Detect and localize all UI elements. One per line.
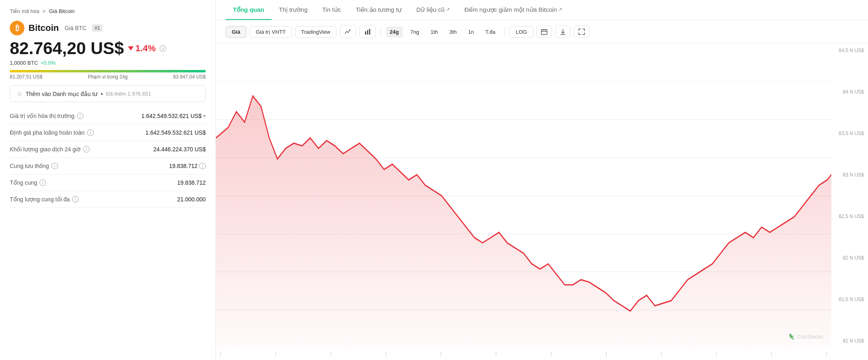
coin-name: Bitcoin [29, 23, 59, 33]
stat-market-cap-value: 1.642.549.532.621 US$ ▾ [141, 113, 206, 119]
breadcrumb-current: Giá Bitcoin [49, 8, 75, 14]
coin-header: ₿ Bitcoin Giá BTC #1 [10, 21, 206, 35]
tab-dem-nguoc[interactable]: Đếm ngược giảm một nửa Bitcoin ↗ [457, 0, 569, 20]
tab-tien-ao[interactable]: Tiền ảo tương tự [348, 0, 409, 20]
stat-total-supply: Tổng cung i 19.838.712 [10, 175, 206, 191]
x-axis: | | | | | | | | | | | | [216, 348, 831, 360]
stat-total-supply-info[interactable]: i [40, 179, 46, 186]
coin-logo: ₿ [10, 21, 24, 35]
chart-type-gia[interactable]: Giá [226, 26, 246, 38]
time-btn-tda[interactable]: T.đa [481, 26, 500, 37]
stat-market-cap-label: Giá trị vốn hóa thị trường i [10, 113, 84, 119]
chevron-down-icon[interactable]: ▾ [203, 113, 206, 119]
stat-max-supply: Tổng lượng cung tối đa i 21.000.000 [10, 191, 206, 208]
watchlist-button[interactable]: ☆ Thêm vào Danh mục đầu tư • Đã thêm 1.9… [10, 85, 206, 102]
external-link-icon-2: ↗ [558, 7, 562, 12]
stat-market-cap-info[interactable]: i [77, 113, 84, 119]
line-chart-icon [344, 28, 352, 35]
y-label-8: 81 N US$ [831, 338, 864, 344]
watchlist-label: Thêm vào Danh mục đầu tư [26, 91, 97, 97]
tab-du-lieu-cu[interactable]: Dữ liệu cũ ↗ [409, 0, 457, 20]
time-btn-3th[interactable]: 3th [445, 26, 461, 37]
y-label-4: 83 N US$ [831, 172, 864, 178]
stat-fdv-label: Định giá pha loãng hoàn toàn i [10, 129, 94, 136]
coin-ticker: Giá BTC [65, 25, 87, 31]
x-label-11: | [771, 351, 772, 356]
calendar-button[interactable] [536, 26, 552, 38]
stat-max-supply-info[interactable]: i [72, 196, 79, 203]
chart-controls: Giá Giá trị VHTT TradingView 24g 7ng 1th… [216, 20, 868, 44]
price-value: 82.764,20 US$ [10, 39, 124, 58]
stat-circulating-label: Cung lưu thông i [10, 163, 58, 169]
tab-tin-tuc[interactable]: Tin tức [315, 0, 348, 20]
coingecko-watermark: 🦎 CoinGecko [788, 334, 823, 340]
x-label-10: | [716, 351, 717, 356]
chart-type-vhtt[interactable]: Giá trị VHTT [250, 26, 292, 38]
x-label-7: | [551, 351, 552, 356]
x-label-2: | [275, 351, 276, 356]
stat-volume-info[interactable]: i [83, 146, 90, 153]
stat-total-supply-label: Tổng cung i [10, 179, 46, 186]
tab-du-lieu-cu-label: Dữ liệu cũ [416, 6, 444, 13]
price-chart-svg [216, 44, 831, 348]
stats-table: Giá trị vốn hóa thị trường i 1.642.549.5… [10, 108, 206, 208]
chart-svg-container [216, 44, 831, 348]
progress-bar-bg [10, 70, 206, 72]
x-label-3: | [330, 351, 332, 356]
stat-volume: Khối lượng giao dịch 24 giờ i 24.446.224… [10, 141, 206, 158]
log-button[interactable]: LOG [510, 26, 533, 38]
price-info-icon[interactable]: i [160, 45, 166, 52]
line-chart-button[interactable] [340, 25, 356, 38]
expand-button[interactable] [574, 26, 589, 38]
price-range-labels: 81.207,51 US$ Phạm vi trong 24g 83.947,0… [10, 74, 206, 80]
breadcrumb-root[interactable]: Tiền mã hóa [10, 8, 40, 14]
svg-rect-1 [367, 30, 368, 35]
stat-circulating-info[interactable]: i [51, 163, 58, 169]
stat-fdv-value: 1.642.549.532.621 US$ [145, 129, 206, 136]
star-icon: ☆ [17, 90, 22, 98]
bar-chart-icon [364, 28, 371, 35]
tab-thi-truong[interactable]: Thị trường [272, 0, 315, 20]
x-label-1: | [220, 351, 221, 356]
btc-amount: 1,0000 BTC [10, 60, 38, 66]
breadcrumb-separator: > [43, 8, 46, 14]
x-label-5: | [440, 351, 442, 356]
stat-max-supply-label: Tổng lượng cung tối đa i [10, 196, 79, 203]
calendar-icon [541, 28, 547, 35]
y-label-1: 84,5 N US$ [831, 48, 864, 53]
stat-fdv-info[interactable]: i [87, 129, 94, 136]
triangle-down-icon [128, 46, 134, 50]
range-label: Phạm vi trong 24g [88, 74, 128, 80]
download-button[interactable] [555, 26, 571, 38]
x-label-6: | [495, 351, 497, 356]
y-label-5: 82,5 N US$ [831, 214, 864, 219]
chart-area: 84,5 N US$ 84 N US$ 83,5 N US$ 83 N US$ … [216, 44, 868, 360]
bar-chart-button[interactable] [359, 25, 376, 38]
time-btn-1th[interactable]: 1th [426, 26, 442, 37]
tab-dem-nguoc-label: Đếm ngược giảm một nửa Bitcoin [464, 6, 557, 13]
time-btn-1n[interactable]: 1n [464, 26, 478, 37]
coin-rank: #1 [92, 24, 102, 32]
watchlist-count: Đã thêm 1.976.651 [106, 91, 151, 97]
price-range-bar: 81.207,51 US$ Phạm vi trong 24g 83.947,0… [10, 70, 206, 80]
svg-rect-3 [541, 30, 547, 35]
stat-circulating-extra-info[interactable]: i [199, 163, 206, 169]
stat-volume-label: Khối lượng giao dịch 24 giờ i [10, 146, 90, 153]
coingecko-label: CoinGecko [797, 334, 823, 340]
y-label-6: 82 N US$ [831, 255, 864, 261]
stat-total-supply-value: 19.838.712 [177, 179, 206, 186]
external-link-icon: ↗ [446, 7, 450, 12]
y-label-3: 83,5 N US$ [831, 131, 864, 136]
top-navigation: Tổng quan Thị trường Tin tức Tiền ảo tươ… [216, 0, 868, 20]
range-high: 83.947,04 US$ [173, 74, 206, 80]
x-label-12: | [826, 351, 827, 356]
price-change: 1.4% [128, 43, 156, 54]
stat-market-cap: Giá trị vốn hóa thị trường i 1.642.549.5… [10, 108, 206, 124]
watchlist-separator: • [101, 91, 103, 97]
time-btn-7ng[interactable]: 7ng [406, 26, 423, 37]
chart-type-trading[interactable]: TradingView [295, 26, 336, 38]
tab-tong-quan[interactable]: Tổng quan [226, 0, 272, 20]
time-btn-24g[interactable]: 24g [386, 26, 403, 37]
stat-fdv: Định giá pha loãng hoàn toàn i 1.642.549… [10, 124, 206, 141]
divider-1 [380, 27, 381, 37]
